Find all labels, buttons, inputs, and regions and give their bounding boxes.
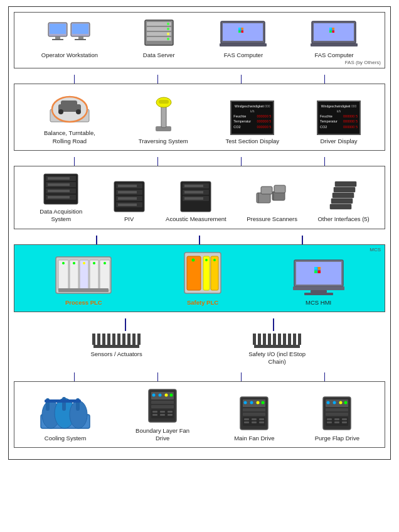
svg-rect-51 — [48, 190, 70, 192]
svg-point-88 — [83, 262, 85, 264]
svg-rect-108 — [304, 293, 333, 295]
svg-point-37 — [58, 109, 63, 114]
svg-point-146 — [262, 401, 265, 404]
svg-rect-122 — [152, 411, 157, 413]
svg-point-38 — [76, 109, 81, 114]
svg-rect-107 — [311, 290, 327, 293]
row4-section: Process PLC Safety PLC — [14, 244, 385, 312]
svg-rect-119 — [151, 401, 174, 404]
main-fan-icon — [238, 396, 270, 432]
row2-section: Balance, Turntable, Rolling Road Travers… — [14, 84, 385, 151]
svg-rect-157 — [342, 421, 347, 423]
svg-rect-50 — [48, 183, 70, 186]
test-section-node: Windgeschwindigkeit 000 k/h Feuchte00000… — [226, 100, 280, 145]
svg-point-131 — [170, 393, 173, 396]
svg-rect-5 — [72, 24, 88, 34]
svg-rect-72 — [274, 185, 285, 193]
test-section-label: Test Section Display — [226, 138, 280, 145]
svg-rect-79 — [330, 204, 351, 209]
svg-rect-124 — [168, 411, 173, 413]
sensors-actuators-node: Sensors / Actuators — [90, 334, 142, 366]
svg-rect-77 — [332, 193, 354, 198]
svg-point-89 — [93, 262, 95, 264]
svg-rect-142 — [259, 421, 264, 423]
svg-rect-135 — [243, 413, 265, 416]
svg-rect-153 — [334, 418, 339, 420]
svg-rect-1 — [50, 24, 66, 34]
connector-row4b-5 — [14, 372, 385, 381]
pressure-node: Pressure Scanners — [247, 180, 297, 223]
svg-rect-123 — [160, 411, 165, 413]
daq-icon — [43, 173, 79, 205]
svg-rect-58 — [118, 185, 137, 187]
balance-label: Balance, Turntable, Rolling Road — [38, 129, 101, 145]
acoustic-label: Acoustic Measurement — [166, 215, 226, 223]
fas-computer-2-label: FAS Computer — [314, 52, 353, 59]
svg-rect-116 — [45, 399, 81, 403]
svg-rect-102 — [314, 267, 317, 270]
svg-point-86 — [62, 262, 65, 264]
boundary-fan-node: Boundary Layer Fan Drive — [131, 388, 194, 443]
other-interfaces-label: Other Interfaces (5) — [317, 215, 369, 223]
svg-rect-7 — [75, 39, 86, 40]
data-server-label: Data Server — [143, 52, 175, 59]
svg-rect-152 — [327, 418, 332, 420]
acoustic-icon — [179, 180, 212, 213]
safety-plc-node: Safety PLC — [183, 251, 222, 307]
test-section-display: Windgeschwindigkeit 000 k/h Feuchte00000… — [230, 100, 274, 135]
svg-rect-126 — [160, 414, 165, 416]
svg-point-160 — [339, 401, 343, 404]
other-interfaces-icon — [326, 180, 361, 213]
fas-computer-1-label: FAS Computer — [224, 52, 263, 59]
svg-rect-30 — [329, 31, 332, 33]
mcs-hmi-icon — [293, 258, 344, 296]
svg-rect-68 — [184, 197, 203, 200]
svg-point-98 — [213, 259, 216, 261]
purge-flap-icon — [321, 396, 353, 432]
svg-point-144 — [250, 401, 253, 404]
mcs-hmi-label: MCS HMI — [306, 299, 331, 307]
svg-rect-52 — [48, 196, 70, 198]
daq-node: Data Acquisition System — [29, 173, 92, 224]
traversing-label: Traversing System — [139, 138, 188, 145]
svg-rect-85 — [100, 260, 110, 290]
svg-rect-91 — [58, 288, 109, 292]
svg-rect-120 — [151, 405, 174, 408]
boundary-fan-label: Boundary Layer Fan Drive — [131, 427, 194, 443]
row4-corner-label: MCS — [370, 247, 381, 252]
svg-rect-22 — [238, 31, 241, 33]
piv-icon — [113, 180, 146, 213]
purge-flap-label: Purge Flap Drive — [315, 435, 359, 442]
operator-workstation-label: Operator Workstation — [41, 52, 98, 59]
safety-plc-label: Safety PLC — [187, 299, 218, 307]
main-container: Operator Workstation Data Server — [8, 6, 391, 460]
row5-section: Cooling System Bou — [14, 381, 385, 448]
balance-node: Balance, Turntable, Rolling Road — [38, 90, 101, 145]
svg-rect-49 — [48, 177, 70, 180]
svg-point-14 — [167, 28, 169, 30]
svg-rect-134 — [243, 408, 265, 411]
svg-point-16 — [167, 38, 169, 40]
cooling-node: Cooling System — [40, 396, 91, 442]
svg-rect-28 — [329, 28, 332, 30]
svg-point-97 — [205, 259, 208, 261]
svg-rect-81 — [58, 260, 68, 290]
boundary-fan-icon — [146, 388, 179, 425]
safety-io-label: Safety I/O (incl EStop Chain) — [246, 350, 309, 366]
svg-point-96 — [191, 258, 194, 261]
svg-rect-36 — [61, 100, 77, 107]
svg-point-143 — [244, 401, 247, 404]
row3-section: Data Acquisition System PIV — [14, 166, 385, 229]
svg-rect-82 — [70, 260, 78, 290]
svg-rect-24 — [220, 43, 267, 46]
process-plc-label: Process PLC — [65, 299, 102, 307]
svg-rect-61 — [118, 204, 137, 206]
piv-label: PIV — [124, 215, 134, 223]
svg-point-129 — [159, 393, 162, 396]
comb-icon-2 — [253, 334, 301, 348]
svg-point-128 — [152, 393, 156, 396]
main-fan-node: Main Fan Drive — [234, 396, 274, 442]
cooling-label: Cooling System — [45, 435, 87, 442]
purge-flap-node: Purge Flap Drive — [315, 396, 359, 442]
balance-icon — [47, 90, 92, 127]
